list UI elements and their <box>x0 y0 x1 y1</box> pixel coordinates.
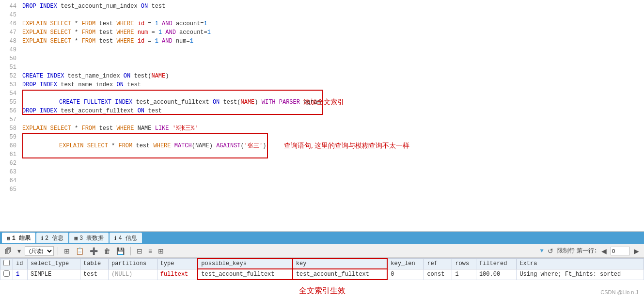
line-numbers: 44 45 46 47 48 49 50 51 52 53 54 55 56 5… <box>0 2 20 229</box>
tab-table3[interactable]: ▦ 3 表数据 <box>69 233 109 243</box>
header-partitions: partitions <box>109 258 157 269</box>
result-toolbar: 🗐 ▾ (只读) ⊞ 📋 ➕ 🗑 💾 ⊟ ≡ ⊞ ▼ ↺ 限制行 第一行: ◀ … <box>0 244 644 258</box>
cell-table: test <box>80 269 109 280</box>
tab-result[interactable]: ▦ 1 结果 <box>2 233 35 243</box>
bottom-panel: ▦ 1 结果 ℹ 2 信息 ▦ 3 表数据 ℹ 4 信息 🗐 ▾ (只读) ⊞ … <box>0 231 644 299</box>
header-extra: Extra <box>517 258 644 269</box>
divider2 <box>130 247 131 255</box>
cell-type: fulltext <box>157 269 198 280</box>
header-select-type: select_type <box>28 258 80 269</box>
cell-checkbox <box>0 269 13 280</box>
toolbar-btn-form[interactable]: ≡ <box>146 246 154 256</box>
cell-extra: Using where; Ft_hints: sorted <box>517 269 644 280</box>
toolbar-btn-copy[interactable]: ⊞ <box>62 246 72 256</box>
info2-icon: ℹ <box>41 235 43 241</box>
limit-label: 限制行 <box>557 247 575 255</box>
cell-select-type: SIMPLE <box>28 269 80 280</box>
header-table: table <box>80 258 109 269</box>
row-checkbox-input[interactable] <box>3 270 10 277</box>
code-line-61 <box>22 150 644 159</box>
info4-icon: ℹ <box>114 235 116 241</box>
code-line-63 <box>22 168 644 176</box>
table-row: 1 SIMPLE test (NULL) fulltext test_accou… <box>0 269 644 280</box>
toolbar-btn-save[interactable]: 💾 <box>114 246 126 256</box>
annotation-query: 查询语句, 这里的查询与模糊查询不太一样 <box>284 142 409 150</box>
code-line-55: CREATE FULLTEXT INDEX test_account_fullt… <box>22 98 644 107</box>
main-container: 44 45 46 47 48 49 50 51 52 53 54 55 56 5… <box>0 0 644 299</box>
tab-info2[interactable]: ℹ 2 信息 <box>36 233 68 243</box>
code-line-46: EXPLAIN SELECT * FROM test WHERE id = 1 … <box>22 19 644 28</box>
code-line-64 <box>22 176 644 185</box>
toolbar-btn-refresh[interactable]: ↺ <box>546 246 555 256</box>
tab-info4-label: 4 信息 <box>118 234 137 242</box>
toolbar-btn-menu[interactable]: ▾ <box>16 246 23 256</box>
toolbar-btn-next[interactable]: ▶ <box>632 246 641 256</box>
annotation-fulltext: 添加全文索引 <box>303 98 644 107</box>
toolbar-btn-paste[interactable]: 📋 <box>74 246 86 256</box>
code-line-47: EXPLAIN SELECT * FROM test WHERE num = 1… <box>22 28 644 37</box>
watermark: CSDN @Lio n J <box>600 289 638 295</box>
result-table: id select_type table partitions type pos… <box>0 258 644 280</box>
code-line-49 <box>22 46 644 54</box>
result-icon: ▦ <box>7 235 10 241</box>
tabs-bar: ▦ 1 结果 ℹ 2 信息 ▦ 3 表数据 ℹ 4 信息 <box>0 232 644 244</box>
cell-rows: 1 <box>452 269 476 280</box>
toolbar-btn-grid[interactable]: ⊟ <box>135 246 144 256</box>
tab-result-label: 1 结果 <box>12 234 31 242</box>
header-type: type <box>157 258 198 269</box>
header-checkbox <box>0 258 13 269</box>
toolbar-btn-view[interactable]: ⊞ <box>156 246 166 256</box>
code-editor: 44 45 46 47 48 49 50 51 52 53 54 55 56 5… <box>0 0 644 231</box>
code-line-65 <box>22 185 644 194</box>
header-checkbox-input[interactable] <box>3 260 10 266</box>
tab-info4[interactable]: ℹ 4 信息 <box>110 233 141 243</box>
code-line-58: EXPLAIN SELECT * FROM test WHERE NAME LI… <box>22 124 644 133</box>
tab-info2-label: 2 信息 <box>45 234 63 242</box>
table-header-row: id select_type table partitions type pos… <box>0 258 644 269</box>
cell-ref: const <box>424 269 452 280</box>
code-line-51 <box>22 63 644 72</box>
cell-id: 1 <box>13 269 28 280</box>
code-line-44: DROP INDEX test_account_num_index ON tes… <box>22 2 644 11</box>
toolbar-btn-prev[interactable]: ◀ <box>599 246 609 256</box>
code-line-57 <box>22 115 644 124</box>
toolbar-btn-delete[interactable]: 🗑 <box>102 246 112 256</box>
readonly-select[interactable]: (只读) <box>25 246 54 256</box>
code-line-48: EXPLAIN SELECT * FROM test WHERE id = 1 … <box>22 37 644 46</box>
code-line-56: DROP INDEX test_account_fulltext ON test <box>22 107 644 115</box>
header-key-len: key_len <box>387 258 424 269</box>
code-line-62 <box>22 159 644 168</box>
cell-key: test_account_fulltext <box>293 269 388 280</box>
tab-table3-label: 3 表数据 <box>79 234 104 242</box>
code-line-53: DROP INDEX test_name_index ON test <box>22 80 644 89</box>
cell-key-len: 0 <box>387 269 424 280</box>
table3-icon: ▦ <box>74 235 78 241</box>
fulltext-note: 全文索引生效 <box>0 280 644 299</box>
filter-icon: ▼ <box>540 248 544 254</box>
header-id: id <box>13 258 28 269</box>
header-rows: rows <box>452 258 476 269</box>
result-table-wrapper: id select_type table partitions type pos… <box>0 258 644 280</box>
cell-partitions: (NULL) <box>109 269 157 280</box>
toolbar-right: ▼ ↺ 限制行 第一行: ◀ ▶ <box>540 246 641 256</box>
header-filtered: filtered <box>476 258 517 269</box>
cell-possible-keys: test_account_fulltext <box>198 269 293 280</box>
first-row-label: 第一行: <box>577 247 597 255</box>
header-ref: ref <box>424 258 452 269</box>
code-line-45 <box>22 11 644 19</box>
toolbar-btn-add[interactable]: ➕ <box>88 246 100 256</box>
limit-input[interactable] <box>611 247 630 255</box>
code-line-52: CREATE INDEX test_name_index ON test(NAM… <box>22 72 644 80</box>
code-line-60: EXPLAIN SELECT * FROM test WHERE MATCH(N… <box>22 142 644 150</box>
cell-filtered: 100.00 <box>476 269 517 280</box>
toolbar-btn-export[interactable]: 🗐 <box>3 246 14 256</box>
header-key: key <box>293 258 388 269</box>
code-content[interactable]: DROP INDEX test_account_num_index ON tes… <box>20 2 644 229</box>
divider1 <box>58 247 58 255</box>
code-line-50 <box>22 54 644 63</box>
header-possible-keys: possible_keys <box>198 258 293 269</box>
